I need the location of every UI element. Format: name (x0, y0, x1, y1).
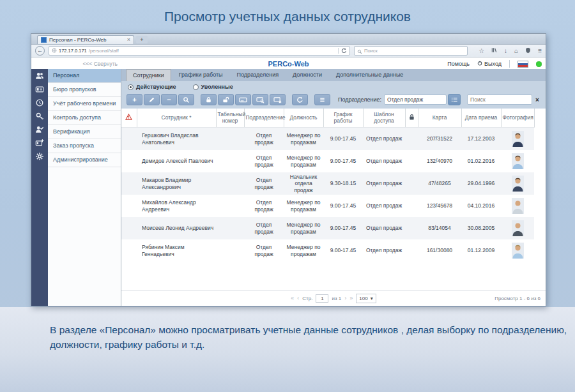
sidebar-item-pass-order[interactable]: Заказ пропуска (48, 139, 121, 153)
next-page-button[interactable]: › (344, 295, 346, 301)
russian-flag-icon[interactable] (518, 61, 528, 68)
unlock-button[interactable] (218, 94, 234, 105)
app-header: <<< Свернуть PERCo-Web Помощь Выход (31, 57, 546, 70)
divider (509, 60, 510, 68)
tab-departments[interactable]: Подразделения (231, 69, 285, 81)
table-row[interactable]: Рябинин Максим Геннадьевич Отдел продажМ… (121, 239, 534, 262)
report-icon (319, 96, 326, 103)
refresh-icon (296, 96, 303, 103)
badge-icon[interactable] (31, 82, 48, 96)
sidebar-item-time-tracking[interactable]: Учёт рабочего времени (48, 97, 121, 111)
back-icon: ← (37, 47, 43, 54)
list-icon (451, 96, 458, 103)
key-icon[interactable] (31, 109, 48, 123)
department-picker-button[interactable] (448, 94, 461, 105)
caption-text: В разделе «Персонал» можно просматривать… (50, 322, 570, 352)
column-tab-no[interactable]: Табельный номер (216, 109, 244, 128)
pagination-info: Просмотр 1 - 6 из 6 (494, 296, 540, 301)
add-button[interactable]: + (126, 94, 142, 105)
employee-search-input[interactable] (467, 94, 532, 105)
page-background: Просмотр учетных данных сотрудников Перс… (0, 0, 575, 392)
people-icon[interactable] (31, 69, 48, 82)
column-position[interactable]: Должность (284, 109, 323, 128)
employee-table: Сотрудник * Табельный номер Подразделени… (121, 109, 535, 262)
table-row[interactable]: Макаров Владимир Александрович Отдел про… (121, 172, 534, 195)
search-icon (183, 96, 190, 103)
column-schedule[interactable]: График работы (323, 109, 363, 128)
clock-icon[interactable] (31, 96, 48, 109)
browser-search-placeholder: Поиск (364, 48, 378, 54)
sidebar-item-pass-office[interactable]: Бюро пропусков (48, 83, 121, 97)
page-size-select[interactable]: 100 ▾ (356, 294, 376, 303)
badge-plus-icon[interactable] (31, 136, 48, 149)
browser-tab-title: Персонал - PERCo-Web (49, 37, 125, 43)
reload-icon[interactable] (338, 48, 347, 54)
lock-button[interactable] (201, 94, 217, 105)
department-input[interactable] (384, 94, 447, 105)
power-icon (477, 61, 482, 67)
refresh-button[interactable] (292, 94, 308, 105)
table-row[interactable]: Моисеев Леонид Андреевич Отдел продажМен… (121, 217, 534, 239)
tab-additional-data[interactable]: Дополнительные данные (330, 69, 410, 81)
card-remove-button[interactable] (270, 94, 286, 105)
column-department[interactable]: Подразделение (244, 109, 284, 128)
menu-icon[interactable]: ≡ (538, 48, 542, 54)
bookmark-star-icon[interactable]: ☆ (479, 48, 484, 54)
downloads-icon[interactable]: ↓ (504, 48, 507, 54)
report-button[interactable] (314, 94, 330, 105)
sidebar-item-verification[interactable]: Верификация (48, 125, 121, 139)
close-tab-icon[interactable]: × (127, 37, 130, 43)
column-photo[interactable]: Фотография (501, 109, 534, 128)
delete-button[interactable]: − (161, 94, 177, 105)
tab-positions[interactable]: Должности (286, 69, 328, 81)
url-bar[interactable]: 172.17.0.171/personal/staff (49, 46, 350, 56)
page-title: Просмотр учетных данных сотрудников (0, 9, 575, 24)
last-page-button[interactable]: » (349, 295, 353, 301)
library-icon[interactable] (491, 47, 497, 54)
delete-icon: − (167, 96, 171, 103)
radio-fired-employees[interactable]: Уволенные (193, 84, 233, 90)
browser-tab[interactable]: Персонал - PERCo-Web × (37, 35, 134, 44)
radio-active-employees[interactable]: Действующие (128, 84, 176, 90)
table-header-row: Сотрудник * Табельный номер Подразделени… (121, 109, 534, 128)
card-search-button[interactable] (252, 94, 268, 105)
browser-toolbar-icons: ☆ ↓ ⌂ ≡ (479, 47, 542, 55)
card-button[interactable] (235, 94, 251, 105)
column-template[interactable]: Шаблон доступа (363, 109, 405, 128)
clear-search-icon[interactable]: × (535, 96, 539, 103)
column-lock[interactable] (405, 109, 418, 128)
radio-unchecked-icon (193, 84, 199, 90)
employee-photo (512, 153, 524, 169)
table-row[interactable]: Демидов Алексей Павлович Отдел продажМен… (121, 150, 534, 172)
column-hire-date[interactable]: Дата приема (461, 109, 501, 128)
sidebar-item-personnel[interactable]: Персонал (48, 69, 121, 83)
search-button[interactable] (178, 94, 194, 105)
first-page-button[interactable]: « (291, 295, 294, 301)
table-row[interactable]: Гершкович Владислав Анатольевич Отдел пр… (121, 128, 534, 151)
sidebar-item-access-control[interactable]: Контроль доступа (48, 111, 121, 125)
gear-icon[interactable] (31, 149, 48, 163)
person-check-icon[interactable] (31, 123, 48, 136)
page-number-input[interactable] (316, 294, 328, 303)
add-icon: + (132, 96, 136, 103)
home-icon[interactable]: ⌂ (514, 48, 518, 54)
tab-employees[interactable]: Сотрудники (126, 69, 171, 81)
back-button[interactable]: ← (35, 46, 45, 56)
logout-button[interactable]: Выход (477, 61, 502, 67)
employee-photo (512, 220, 524, 236)
shield-icon[interactable] (525, 47, 531, 55)
tab-work-schedules[interactable]: Графики работы (172, 69, 229, 81)
new-tab-button[interactable]: + (136, 36, 148, 43)
edit-button[interactable] (144, 94, 160, 105)
help-link[interactable]: Помощь (447, 61, 470, 67)
url-host: 172.17.0.171 (59, 48, 87, 54)
table-row[interactable]: Михайлов Александр Андреевич Отдел прода… (121, 195, 534, 217)
prev-page-button[interactable]: ‹ (297, 295, 299, 301)
column-employee[interactable]: Сотрудник * (137, 109, 216, 128)
column-card[interactable]: Карта (418, 109, 461, 128)
column-warning[interactable] (121, 109, 137, 128)
sidebar-item-administration[interactable]: Администрирование (48, 153, 121, 167)
status-indicator (536, 61, 542, 67)
browser-search[interactable]: Поиск (354, 46, 468, 56)
percoweb-favicon-icon (41, 37, 47, 43)
